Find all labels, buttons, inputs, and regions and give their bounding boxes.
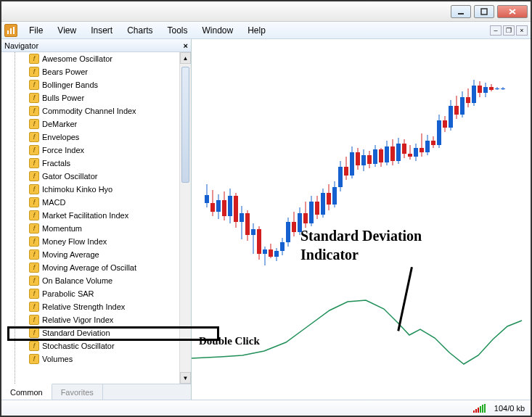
- svg-rect-88: [437, 120, 441, 145]
- svg-rect-74: [396, 144, 401, 161]
- tab-common[interactable]: Common: [1, 384, 52, 400]
- svg-rect-30: [269, 249, 273, 257]
- scroll-up-button[interactable]: ▲: [180, 52, 191, 64]
- indicator-label: Relative Vigor Index: [42, 315, 113, 324]
- indicator-item[interactable]: fEnvelopes: [1, 131, 179, 144]
- indicator-item[interactable]: fStandard Deviation: [1, 326, 179, 339]
- svg-rect-22: [245, 213, 250, 235]
- indicator-f-icon: f: [29, 171, 39, 181]
- annotation-title-line2: Indicator: [300, 247, 359, 263]
- chart-icon: [7, 26, 15, 35]
- indicator-label: Relative Strength Index: [42, 302, 125, 311]
- indicator-item[interactable]: fStochastic Oscillator: [1, 339, 179, 352]
- indicator-item[interactable]: fVolumes: [1, 352, 179, 366]
- indicator-item[interactable]: fBulls Power: [1, 91, 179, 104]
- navigator-tree[interactable]: fAwesome OscillatorfBears PowerfBollinge…: [1, 52, 191, 384]
- mdi-minimize-button[interactable]: –: [490, 25, 502, 36]
- chart-area[interactable]: Standard Deviation Indicator Double Clic…: [192, 39, 531, 400]
- indicator-f-icon: f: [29, 80, 39, 90]
- connection-icon: [473, 404, 486, 413]
- indicator-f-icon: f: [29, 106, 39, 116]
- indicator-item[interactable]: fMoving Average: [1, 248, 179, 261]
- svg-rect-86: [431, 141, 435, 145]
- menu-file[interactable]: File: [22, 24, 50, 37]
- indicator-label: Stochastic Oscillator: [42, 342, 115, 350]
- minimize-button[interactable]: [451, 5, 471, 18]
- indicator-item[interactable]: fAwesome Oscillator: [1, 52, 179, 65]
- indicator-item[interactable]: fOn Balance Volume: [1, 274, 179, 287]
- statusbar: 104/0 kb: [1, 400, 531, 416]
- indicator-item[interactable]: fCommodity Channel Index: [1, 104, 179, 117]
- indicator-label: Bears Power: [42, 67, 88, 76]
- indicator-f-icon: f: [29, 315, 39, 325]
- svg-rect-96: [460, 97, 465, 115]
- indicator-item[interactable]: fIchimoku Kinko Hyo: [1, 183, 179, 196]
- indicator-item[interactable]: fDeMarker: [1, 117, 179, 131]
- svg-rect-50: [327, 193, 331, 205]
- indicator-f-icon: f: [29, 249, 39, 260]
- menu-window[interactable]: Window: [195, 24, 241, 37]
- indicator-item[interactable]: fMarket Facilitation Index: [1, 209, 179, 222]
- svg-rect-56: [344, 167, 348, 176]
- indicator-label: Fractals: [42, 159, 70, 168]
- indicator-label: Market Facilitation Index: [42, 211, 128, 220]
- status-traffic: 104/0 kb: [494, 404, 525, 413]
- navigator-title: Navigator: [4, 41, 38, 50]
- indicator-item[interactable]: fRelative Strength Index: [1, 300, 179, 313]
- indicator-item[interactable]: fMomentum: [1, 222, 179, 235]
- navigator-header: Navigator ×: [1, 39, 191, 52]
- indicator-item[interactable]: fParabolic SAR: [1, 287, 179, 300]
- indicator-f-icon: f: [29, 236, 39, 247]
- svg-rect-104: [483, 87, 488, 93]
- indicator-f-icon: f: [29, 276, 39, 286]
- svg-rect-52: [332, 187, 337, 205]
- svg-rect-44: [309, 202, 314, 223]
- svg-rect-48: [321, 193, 325, 215]
- indicator-item[interactable]: fBollinger Bands: [1, 78, 179, 91]
- svg-rect-4: [7, 30, 9, 34]
- menu-tools[interactable]: Tools: [160, 24, 195, 37]
- indicator-item[interactable]: fGator Oscillator: [1, 170, 179, 183]
- navigator-close-button[interactable]: ×: [184, 41, 188, 50]
- svg-rect-76: [402, 144, 406, 154]
- close-button[interactable]: [497, 5, 528, 18]
- svg-rect-72: [390, 146, 395, 161]
- tab-favorites[interactable]: Favorites: [52, 384, 103, 400]
- menu-charts[interactable]: Charts: [120, 24, 160, 37]
- indicator-f-icon: f: [29, 289, 39, 299]
- svg-rect-14: [222, 200, 226, 216]
- svg-rect-42: [303, 213, 308, 223]
- svg-rect-6: [13, 27, 15, 34]
- menu-help[interactable]: Help: [240, 24, 273, 37]
- annotation-title-line1: Standard Deviation: [300, 228, 422, 244]
- menubar: FileViewInsertChartsToolsWindowHelp – ❐ …: [1, 22, 531, 39]
- svg-rect-98: [466, 97, 470, 103]
- indicator-item[interactable]: fFractals: [1, 157, 179, 170]
- mdi-restore-button[interactable]: ❐: [503, 25, 515, 36]
- svg-rect-24: [251, 229, 255, 235]
- indicator-f-icon: f: [29, 93, 39, 103]
- indicator-item[interactable]: fMoving Average of Oscillat: [1, 261, 179, 274]
- indicator-label: Moving Average: [42, 250, 99, 259]
- indicator-f-icon: f: [29, 119, 39, 129]
- scroll-down-button[interactable]: ▼: [180, 372, 191, 384]
- svg-rect-12: [216, 200, 221, 212]
- svg-rect-62: [361, 155, 366, 165]
- indicator-item[interactable]: fMACD: [1, 196, 179, 209]
- indicator-label: Awesome Oscillator: [42, 54, 112, 63]
- indicator-item[interactable]: fMoney Flow Index: [1, 235, 179, 248]
- svg-rect-54: [338, 167, 343, 187]
- menu-view[interactable]: View: [50, 24, 83, 37]
- tree-scrollbar[interactable]: ▲ ▼: [179, 52, 191, 384]
- svg-rect-94: [454, 106, 459, 115]
- menu-insert[interactable]: Insert: [83, 24, 120, 37]
- indicator-label: Bulls Power: [42, 94, 84, 102]
- mdi-close-button[interactable]: ×: [516, 25, 528, 36]
- maximize-button[interactable]: [474, 5, 494, 18]
- scroll-thumb[interactable]: [181, 67, 189, 183]
- svg-rect-64: [367, 155, 372, 164]
- indicator-item[interactable]: fRelative Vigor Index: [1, 313, 179, 326]
- indicator-label: Money Flow Index: [42, 237, 107, 246]
- indicator-item[interactable]: fBears Power: [1, 65, 179, 78]
- indicator-item[interactable]: fForce Index: [1, 144, 179, 157]
